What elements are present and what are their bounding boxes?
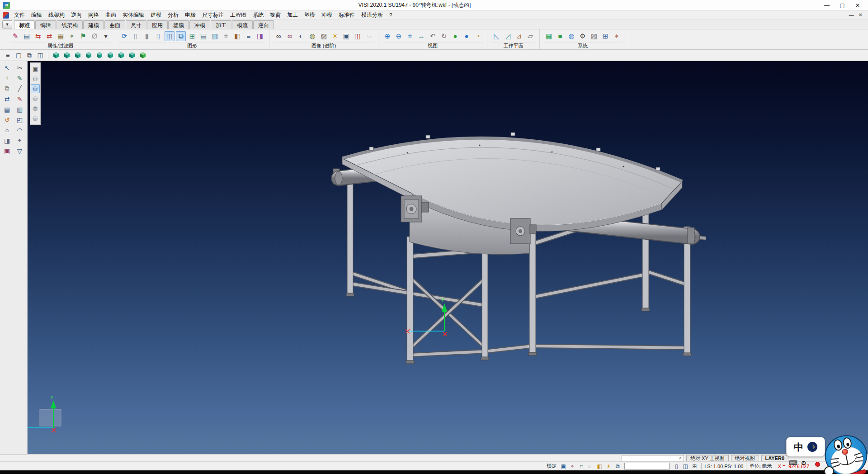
workplane-xy-icon[interactable]: ◿ bbox=[503, 31, 513, 41]
color-table-icon[interactable]: ◧ bbox=[232, 31, 242, 41]
menu-edit[interactable]: 编辑 bbox=[28, 10, 45, 20]
box-select-icon[interactable]: ◰ bbox=[14, 115, 25, 124]
arc-tool-icon[interactable]: ◠ bbox=[14, 125, 25, 135]
tab-mold-film[interactable]: 塑膜 bbox=[168, 20, 189, 29]
view-top-icon[interactable] bbox=[62, 51, 72, 60]
view-trimetric-icon[interactable] bbox=[127, 51, 137, 60]
search-icon[interactable]: ⌕ bbox=[677, 455, 684, 461]
attribute-manager-icon[interactable]: ▤ bbox=[22, 31, 32, 41]
menu-die[interactable]: 冲模 bbox=[318, 10, 335, 20]
color-mode-icon[interactable]: ◧ bbox=[595, 463, 604, 470]
sheet-icon[interactable]: ▥ bbox=[14, 104, 25, 114]
view-left-icon[interactable] bbox=[94, 51, 104, 60]
tab-flow[interactable]: 模流 bbox=[232, 20, 253, 29]
dynamic-view-icon[interactable]: ◫ bbox=[165, 31, 175, 41]
tab-wireframe[interactable]: 线架构 bbox=[57, 20, 83, 29]
view-bottom-icon[interactable] bbox=[116, 51, 126, 60]
calculator-icon[interactable]: ⊞ bbox=[600, 31, 610, 41]
maximize-button[interactable]: ▢ bbox=[835, 0, 850, 10]
options-icon[interactable]: ⚙ bbox=[578, 31, 588, 41]
menu-help[interactable]: ? bbox=[386, 11, 396, 19]
menu-modeling[interactable]: 建模 bbox=[147, 10, 165, 20]
previous-view-icon[interactable]: ↶ bbox=[428, 31, 438, 41]
ime-settings-icon[interactable]: ⚙ bbox=[801, 460, 807, 466]
view-right-icon[interactable] bbox=[105, 51, 115, 60]
moon-icon[interactable]: ☽ bbox=[807, 442, 817, 452]
doraemon-mascot[interactable] bbox=[819, 430, 868, 474]
3d-viewport[interactable]: ▣⛁⛁⛁⛃⛁ bbox=[28, 61, 868, 454]
render-glasses-icon[interactable]: ∞ bbox=[285, 31, 295, 41]
layers-icon[interactable]: ⧉ bbox=[176, 31, 186, 41]
hidden-line-icon[interactable]: ▯ bbox=[153, 31, 163, 41]
tab-reverse[interactable]: 逆向 bbox=[253, 20, 274, 29]
wireframe-display-icon[interactable]: ▯ bbox=[131, 31, 141, 41]
edit-icon[interactable]: ✎ bbox=[14, 94, 25, 104]
view-iso-icon[interactable] bbox=[51, 51, 61, 60]
shade-toggle-icon[interactable]: ◨ bbox=[1, 136, 13, 145]
tab-list-dropdown[interactable]: ▼ bbox=[2, 20, 12, 28]
select-icon[interactable]: ↖ bbox=[1, 63, 13, 72]
export-icon[interactable]: ▽ bbox=[14, 146, 25, 156]
ortho-icon[interactable]: ∟ bbox=[586, 463, 594, 470]
close-button[interactable]: ✕ bbox=[850, 0, 865, 10]
redraw-icon[interactable]: ⟳ bbox=[119, 31, 129, 41]
menu-machining[interactable]: 加工 bbox=[284, 10, 301, 20]
view-dynamic-icon[interactable] bbox=[138, 51, 148, 60]
record-dot-icon[interactable] bbox=[815, 462, 820, 467]
lock-label[interactable]: 锁定 bbox=[547, 463, 557, 469]
menu-standard-parts[interactable]: 标准件 bbox=[335, 10, 358, 20]
coordinate-input[interactable] bbox=[624, 463, 670, 469]
link-icon[interactable]: ⧉ bbox=[1, 84, 13, 93]
tile-views-icon[interactable]: ◫ bbox=[35, 51, 45, 60]
workplane-off-icon[interactable]: ▱ bbox=[525, 31, 535, 41]
screen-snap-icon[interactable]: ▣ bbox=[559, 463, 567, 470]
view-quadrant-icon[interactable]: ◔ bbox=[473, 31, 483, 41]
modify-attributes-icon[interactable]: ✎ bbox=[10, 31, 20, 41]
snapshot-icon[interactable]: ▣ bbox=[341, 31, 351, 41]
sphere-blue-icon[interactable]: ● bbox=[462, 31, 472, 41]
highlight-icon[interactable]: ◨ bbox=[255, 31, 265, 41]
menu-electrode[interactable]: 电极 bbox=[182, 10, 199, 20]
grid-toggle-icon[interactable]: ⊞ bbox=[690, 463, 698, 470]
conveyor-model[interactable] bbox=[333, 133, 706, 364]
multi-view-icon[interactable]: ⧉ bbox=[24, 51, 34, 60]
filter-mesh-icon[interactable]: ⛁ bbox=[31, 114, 40, 123]
menu-reverse[interactable]: 逆向 bbox=[68, 10, 85, 20]
element-list-icon[interactable]: ▥ bbox=[210, 31, 220, 41]
grid-snap-icon[interactable]: ⌗ bbox=[577, 463, 585, 470]
break-icon[interactable]: ╱ bbox=[14, 84, 25, 93]
menu-mold[interactable]: 塑模 bbox=[301, 10, 318, 20]
lighting-icon[interactable]: ☀ bbox=[330, 31, 340, 41]
world-icon[interactable]: ◍ bbox=[566, 31, 576, 41]
element-info-icon[interactable]: ▤ bbox=[198, 31, 208, 41]
filter-points-icon[interactable]: ⛁ bbox=[31, 74, 40, 83]
frame-icon[interactable]: ⌗ bbox=[1, 73, 13, 83]
sphere-green-icon[interactable]: ● bbox=[450, 31, 460, 41]
filter-all-icon[interactable]: ▣ bbox=[31, 64, 40, 73]
filter-curves-icon[interactable]: ⛁ bbox=[31, 84, 40, 93]
shading-icon[interactable]: ◐ bbox=[296, 31, 306, 41]
profile-icon[interactable]: ▯ bbox=[672, 463, 680, 470]
mdi-close-button[interactable]: ✕ bbox=[859, 12, 863, 18]
menu-mesh[interactable]: 网格 bbox=[85, 10, 102, 20]
zoom-window-icon[interactable]: ⌗ bbox=[405, 31, 415, 41]
layer-indicator[interactable]: LAYER0 bbox=[761, 455, 788, 461]
layer-new-icon[interactable]: ⊞ bbox=[187, 31, 197, 41]
layer-toggle-icon[interactable]: ⧉ bbox=[613, 463, 622, 470]
menu-dimension[interactable]: 尺寸标注 bbox=[199, 10, 227, 20]
save-state-icon[interactable]: ◫ bbox=[681, 463, 689, 470]
menu-system[interactable]: 系统 bbox=[250, 10, 267, 20]
light-toggle-icon[interactable]: ☀ bbox=[604, 463, 613, 470]
menu-window[interactable]: 视窗 bbox=[267, 10, 284, 20]
view-mode-indicator[interactable]: 绝对 XY 上视图 bbox=[686, 455, 729, 461]
tab-modeling[interactable]: 建模 bbox=[83, 20, 104, 29]
menu-solid-edit[interactable]: 实体编辑 bbox=[119, 10, 147, 20]
zoom-out-icon[interactable]: ⊖ bbox=[394, 31, 404, 41]
tab-dimension[interactable]: 尺寸 bbox=[126, 20, 146, 29]
menu-flow-analysis[interactable]: 模流分析 bbox=[358, 10, 386, 20]
rotate-view-icon[interactable]: ↻ bbox=[439, 31, 449, 41]
stamp-icon[interactable]: ▣ bbox=[1, 146, 13, 156]
copy-attributes-icon[interactable]: ⇆ bbox=[33, 31, 43, 41]
absolute-view-indicator[interactable]: 绝对视图 bbox=[731, 455, 759, 461]
viewport-canvas[interactable]: Y Y bbox=[28, 61, 868, 454]
